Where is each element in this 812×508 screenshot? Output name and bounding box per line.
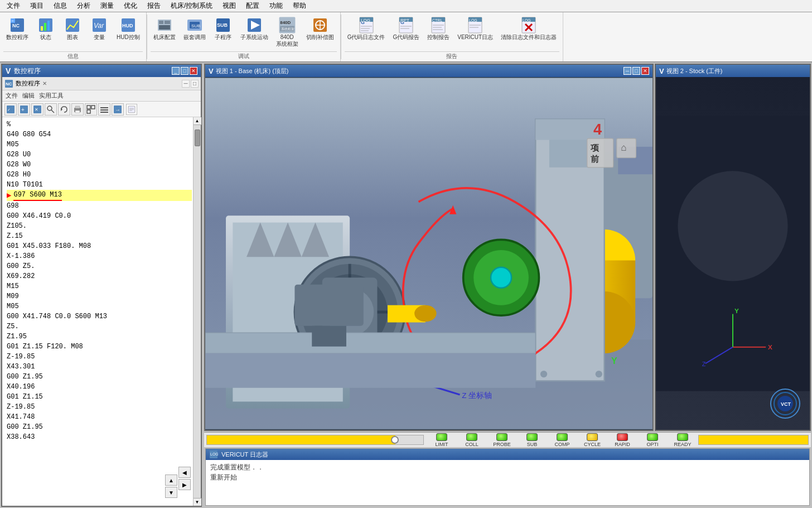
log-icon: LOG <box>209 450 218 459</box>
coll-label: COLL <box>465 442 478 447</box>
scroll-down-btn[interactable]: ▼ <box>194 498 201 506</box>
viewport-content[interactable]: X Y <box>205 77 652 430</box>
nc-view-btn[interactable] <box>85 103 97 116</box>
status-btn[interactable]: 状态 <box>33 15 58 42</box>
svg-rect-135 <box>205 333 535 353</box>
ready-light <box>677 433 688 441</box>
g-code-report-btn[interactable]: G RPT G代码报告 <box>390 15 422 42</box>
nc-code-line: G00 Z1.95 <box>7 422 192 432</box>
nc-code-line: G00 Z1.95 <box>7 372 192 382</box>
nc-tab[interactable]: NC 数控程序 ✕ <box>4 79 47 88</box>
nc-scrollbar[interactable]: ▲ ▼ <box>193 117 201 506</box>
vp-close-btn[interactable]: ✕ <box>641 67 649 75</box>
progress-slider[interactable] <box>206 435 424 445</box>
vp-restore-btn[interactable]: □ <box>632 67 640 75</box>
nc-program-label: 数控程序 <box>6 34 28 41</box>
svg-text:+: + <box>21 107 25 113</box>
menu-item-config[interactable]: 配置 <box>241 0 264 12</box>
menu-item-optimize[interactable]: 优化 <box>119 0 142 12</box>
info-group-label: 信息 <box>3 51 143 60</box>
vp-minimize-btn[interactable]: ─ <box>624 67 631 75</box>
nc-delete-btn[interactable]: ✕ <box>31 103 44 116</box>
clear-log-btn[interactable]: LOG 清除日志文件和日志器 <box>498 15 559 42</box>
embed-btn[interactable]: SUB 嵌套调用 <box>181 15 209 42</box>
indicator-rapid: RAPID <box>608 433 637 447</box>
scroll-thumb[interactable] <box>195 130 200 146</box>
vericut-log-btn[interactable]: LOG VERICUT日志 <box>455 15 496 42</box>
nc-layout-btn[interactable] <box>98 103 110 116</box>
svg-text:Z 坐标轴: Z 坐标轴 <box>462 391 492 400</box>
nc-program-btn[interactable]: NC ~ 数控程序 <box>3 15 31 42</box>
nc-code-line: M05 <box>7 140 192 150</box>
opti-label: OPTI <box>646 442 658 447</box>
nc-down-btn[interactable]: ▼ <box>165 487 177 498</box>
progress-fill <box>207 435 395 444</box>
menu-item-project[interactable]: 项目 <box>26 0 48 12</box>
svg-text:NC: NC <box>12 23 20 28</box>
menu-item-machine[interactable]: 机床/控制系统 <box>166 0 217 12</box>
stock-viewport-content[interactable]: X Y Z VCT <box>656 77 810 430</box>
nc-menu-file[interactable]: 文件 <box>6 92 18 100</box>
machine-config-label: 机床配置 <box>153 34 176 41</box>
svg-rect-74 <box>75 111 80 113</box>
panel-close-btn[interactable]: ✕ <box>190 67 197 75</box>
sub-motion-icon <box>245 16 263 34</box>
menu-item-report[interactable]: 报告 <box>143 0 165 12</box>
machine-config-icon <box>156 16 173 34</box>
nc-menu-edit[interactable]: 编辑 <box>22 92 35 100</box>
menu-item-info[interactable]: 信息 <box>49 0 71 12</box>
sub-motion-btn[interactable]: 子系统运动 <box>238 15 271 42</box>
probe-light <box>496 433 508 441</box>
var-btn[interactable]: Var 变量 <box>87 15 112 42</box>
menu-item-view[interactable]: 视图 <box>218 0 240 12</box>
nc-check-btn[interactable]: ✓ <box>4 103 17 116</box>
nc-next-btn[interactable]: ▶ <box>178 479 191 490</box>
nc-restore-btn[interactable]: ─ <box>182 80 190 88</box>
hud-btn[interactable]: HUD 变量 HUD控制 <box>114 15 143 42</box>
status-remaining-bar <box>698 435 809 445</box>
log-line-1: 完成重置模型．． <box>210 462 805 472</box>
menu-item-analysis[interactable]: 分析 <box>72 0 95 12</box>
nc-code-line: Z5. <box>7 322 192 332</box>
nc-prev-btn[interactable]: ◀ <box>178 467 191 478</box>
nc-menu-tools[interactable]: 实用工具 <box>39 92 64 100</box>
svg-rect-137 <box>294 285 363 326</box>
menu-item-file[interactable]: 文件 <box>2 0 25 12</box>
svg-text:4: 4 <box>593 121 602 138</box>
panel-maximize-btn[interactable]: □ <box>181 67 188 75</box>
viewport-right[interactable]: V 视图 2 - Stock (工件) X Y <box>655 64 811 431</box>
progress-handle[interactable] <box>391 436 399 444</box>
svg-text:~: ~ <box>12 19 14 23</box>
panel-title: 数控程序 <box>14 66 41 76</box>
nc-tab-close-btn[interactable]: ✕ <box>42 80 47 87</box>
menu-item-measure[interactable]: 测量 <box>96 0 118 12</box>
sub-motion-label: 子系统运动 <box>240 34 268 41</box>
nc-undo-btn[interactable] <box>58 103 70 116</box>
panel-minimize-btn[interactable]: _ <box>172 67 180 75</box>
g-code-log-btn[interactable]: G LOG G代码日志文件 <box>345 15 388 42</box>
nc-right-btn[interactable]: → <box>112 103 124 116</box>
svg-text:前: 前 <box>591 155 599 164</box>
nc-search-btn[interactable] <box>45 103 57 116</box>
scroll-up-btn[interactable]: ▲ <box>194 117 201 125</box>
svg-rect-73 <box>75 106 80 108</box>
nc-print-btn[interactable] <box>71 103 84 116</box>
nc-expand-btn[interactable]: □ <box>191 80 199 88</box>
nc-up-btn[interactable]: ▲ <box>165 475 177 486</box>
tool-comp-btn[interactable]: 切削补偿图 <box>303 15 337 42</box>
menu-item-help[interactable]: 帮助 <box>288 0 311 12</box>
menu-item-function[interactable]: 功能 <box>265 0 287 12</box>
sub-program-btn[interactable]: SUB 子程序 <box>211 15 235 42</box>
nc-add-btn[interactable]: + <box>18 103 30 116</box>
840d-btn[interactable]: 840D 系统框架 840D系统框架 <box>273 15 301 49</box>
viewport-main[interactable]: V 视图 1 - Base (机床) (顶层) ─ □ ✕ <box>204 64 654 431</box>
nc-code-area[interactable]: %G40 G80 G54M05G28 U0G28 W0G28 H0N10 T01… <box>2 117 201 506</box>
ready-label: READY <box>674 442 691 447</box>
svg-text:SUB: SUB <box>191 23 200 28</box>
ribbon-group-report: G LOG G代码日志文件 G RPT <box>341 12 563 61</box>
chart-btn[interactable]: 图表 <box>60 15 85 42</box>
ctrl-report-btn[interactable]: CTRL 控制报告 <box>424 15 452 42</box>
machine-config-btn[interactable]: 机床配置 <box>151 15 178 42</box>
svg-text:CTRL: CTRL <box>432 18 442 22</box>
nc-code-line: Z.15 <box>7 231 192 241</box>
